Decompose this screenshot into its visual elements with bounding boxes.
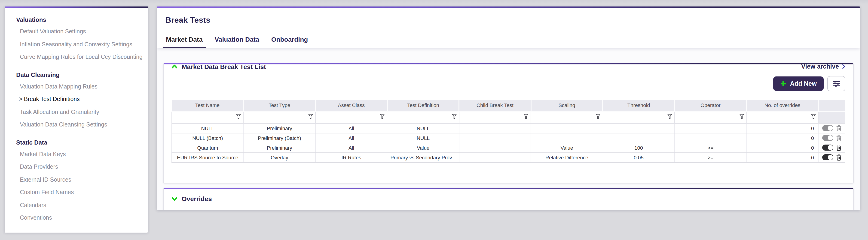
overrides-collapse-header[interactable]: Overrides — [172, 195, 212, 203]
filter-test-type[interactable] — [244, 111, 315, 123]
row-enabled-toggle[interactable] — [822, 154, 833, 160]
sidebar-item-inflation-seasonality[interactable]: Inflation Seasonality and Convexity Sett… — [16, 38, 144, 51]
col-child-break-test: Child Break Test — [459, 100, 531, 111]
col-asset-class: Asset Class — [315, 100, 387, 111]
table-row[interactable]: NULL (Batch) Preliminary (Batch) All NUL… — [172, 133, 845, 143]
cell-scaling — [531, 133, 603, 143]
table-filter-row — [172, 111, 845, 123]
settings-sidebar: Valuations Default Valuation Settings In… — [5, 6, 148, 233]
filter-scaling[interactable] — [531, 111, 603, 123]
filter-funnel-icon[interactable] — [524, 114, 528, 120]
break-test-list-card: Market Data Break Test List View archive — [163, 63, 854, 183]
cell-operator — [675, 123, 746, 133]
tab-onboarding[interactable]: Onboarding — [268, 35, 311, 48]
col-actions — [818, 100, 845, 111]
cell-test-definition: NULL — [387, 123, 459, 133]
filter-no-of-overrides[interactable] — [746, 111, 818, 123]
delete-row-icon[interactable] — [836, 144, 841, 151]
filter-funnel-icon[interactable] — [595, 114, 600, 120]
sidebar-item-external-id-sources[interactable]: External ID Sources — [16, 173, 144, 186]
cell-asset-class: All — [315, 133, 387, 143]
col-test-type: Test Type — [244, 100, 315, 111]
delete-row-icon[interactable] — [836, 154, 841, 161]
table-header-row: Test Name Test Type Asset Class Test Def… — [172, 100, 845, 111]
tab-bar: Market Data Valuation Data Onboarding — [163, 35, 317, 48]
filter-threshold[interactable] — [603, 111, 675, 123]
sidebar-item-break-test-definitions[interactable]: > Break Test Definitions — [16, 93, 144, 106]
filter-funnel-icon[interactable] — [380, 114, 385, 120]
add-new-label: Add New — [790, 80, 817, 87]
main-panel: Break Tests Market Data Valuation Data O… — [157, 6, 860, 210]
cell-no-of-overrides: 0 — [746, 123, 818, 133]
cell-scaling: Relative Difference — [531, 153, 603, 162]
table-row[interactable]: NULL Preliminary All NULL 0 — [172, 123, 845, 133]
cell-threshold — [603, 123, 675, 133]
cell-asset-class: All — [315, 143, 387, 153]
delete-row-icon[interactable] — [836, 135, 841, 141]
filter-test-definition[interactable] — [387, 111, 459, 123]
row-enabled-toggle[interactable] — [822, 135, 833, 141]
sidebar-item-valuation-data-cleansing-settings[interactable]: Valuation Data Cleansing Settings — [16, 118, 144, 131]
sidebar-item-default-valuation-settings[interactable]: Default Valuation Settings — [16, 25, 144, 38]
cell-child-break-test — [459, 123, 531, 133]
sidebar-item-custom-field-names[interactable]: Custom Field Names — [16, 186, 144, 199]
table-row[interactable]: EUR IRS Source to Source Overlay IR Rate… — [172, 153, 845, 162]
plus-icon — [780, 81, 786, 87]
cell-test-type: Preliminary — [244, 123, 315, 133]
filter-operator[interactable] — [675, 111, 746, 123]
filter-funnel-icon[interactable] — [739, 114, 744, 120]
cell-child-break-test — [459, 143, 531, 153]
cell-threshold: 0.05 — [603, 153, 675, 162]
sidebar-item-market-data-keys[interactable]: Market Data Keys — [16, 148, 144, 161]
cell-scaling: Value — [531, 143, 603, 153]
cell-test-definition: Primary vs Secondary Prov... — [387, 153, 459, 162]
sidebar-top-accent — [5, 6, 148, 8]
sidebar-item-task-allocation[interactable]: Task Allocation and Granularity — [16, 106, 144, 118]
chevron-down-icon — [172, 197, 178, 201]
table-row[interactable]: Quantum Preliminary All Value Value 100 … — [172, 143, 845, 153]
cell-test-name: NULL — [172, 123, 244, 133]
cell-test-name: EUR IRS Source to Source — [172, 153, 244, 162]
main-top-accent — [157, 6, 860, 8]
filter-test-name[interactable] — [172, 111, 244, 123]
filter-child-break-test[interactable] — [459, 111, 531, 123]
add-new-button[interactable]: Add New — [773, 76, 824, 91]
page-title: Break Tests — [157, 8, 860, 25]
card-top-accent — [164, 187, 853, 189]
sidebar-item-curve-mapping-rules[interactable]: Curve Mapping Rules for Local Ccy Discou… — [16, 51, 144, 63]
row-enabled-toggle[interactable] — [822, 144, 833, 151]
cell-operator: >= — [675, 143, 746, 153]
table-settings-button[interactable] — [827, 76, 845, 91]
filter-funnel-icon[interactable] — [308, 114, 313, 120]
cell-threshold: 100 — [603, 143, 675, 153]
cell-child-break-test — [459, 153, 531, 162]
filter-funnel-icon[interactable] — [452, 114, 457, 120]
break-test-table: Test Name Test Type Asset Class Test Def… — [172, 100, 845, 162]
filter-funnel-icon[interactable] — [237, 114, 241, 120]
filter-funnel-icon[interactable] — [668, 114, 672, 120]
sidebar-section-static-data: Static Data — [16, 137, 144, 148]
cell-test-definition: Value — [387, 143, 459, 153]
filter-asset-class[interactable] — [315, 111, 387, 123]
sidebar-item-valuation-data-mapping-rules[interactable]: Valuation Data Mapping Rules — [16, 80, 144, 93]
col-test-name: Test Name — [172, 100, 244, 111]
sidebar-item-data-providers[interactable]: Data Providers — [16, 161, 144, 173]
cell-operator: >= — [675, 153, 746, 162]
chevron-up-icon — [172, 64, 178, 69]
cell-test-type: Preliminary — [244, 143, 315, 153]
page: Valuations Default Valuation Settings In… — [0, 0, 868, 240]
cell-operator — [675, 133, 746, 143]
delete-row-icon[interactable] — [836, 125, 841, 131]
sidebar-item-calendars[interactable]: Calendars — [16, 199, 144, 212]
filter-funnel-icon[interactable] — [811, 114, 816, 120]
overrides-title: Overrides — [182, 195, 212, 203]
tab-valuation-data[interactable]: Valuation Data — [212, 35, 262, 48]
cell-test-type: Preliminary (Batch) — [244, 133, 315, 143]
row-enabled-toggle[interactable] — [822, 125, 833, 131]
cell-test-type: Overlay — [244, 153, 315, 162]
tab-market-data[interactable]: Market Data — [163, 35, 206, 48]
sidebar-item-conventions[interactable]: Conventions — [16, 212, 144, 224]
cell-no-of-overrides: 0 — [746, 133, 818, 143]
cell-no-of-overrides: 0 — [746, 143, 818, 153]
cell-asset-class: All — [315, 123, 387, 133]
